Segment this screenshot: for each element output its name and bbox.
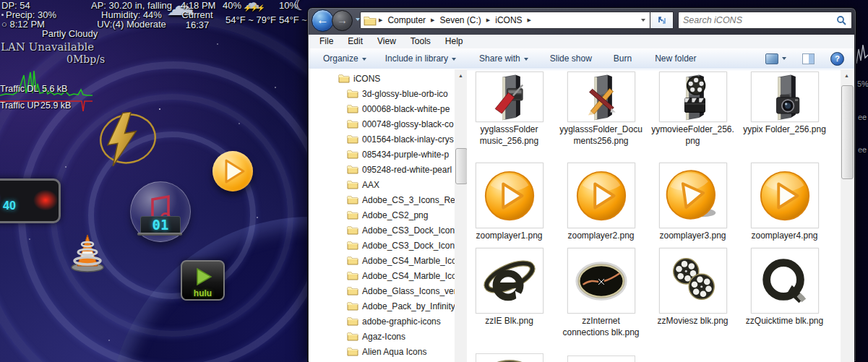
- file-item[interactable]: zoomplayer3.png: [647, 163, 739, 242]
- file-item[interactable]: zzMoviesz blk.png: [647, 248, 739, 338]
- search-box[interactable]: [678, 12, 852, 29]
- file-item[interactable]: yypix Folder_256.png: [739, 72, 830, 147]
- change-view-icon[interactable]: [765, 53, 778, 64]
- tree-item-label: 000068-black-white-pe: [362, 104, 450, 114]
- hulu-icon[interactable]: hulu: [181, 260, 225, 301]
- folder-icon: [347, 270, 358, 280]
- content-area: iCONS 3d-glossy-blue-orb-ico000068-black…: [309, 69, 854, 362]
- tree-item-label: Adobe_Pack_by_Infinity: [362, 301, 455, 311]
- folder-icon: [347, 316, 358, 325]
- file-item[interactable]: zzIE Blk.png: [467, 248, 555, 338]
- tree-item[interactable]: 3d-glossy-blue-orb-ico: [309, 87, 455, 102]
- include-in-library-button[interactable]: Include in library: [385, 53, 456, 64]
- tree-item[interactable]: 095248-red-white-pearl: [309, 163, 455, 178]
- window-body: FileEditViewToolsHelp Organize Include i…: [309, 35, 854, 362]
- music-player-badge[interactable]: 01: [140, 216, 181, 234]
- tree-item[interactable]: Adobe_CS_3_Icons_Rep: [309, 193, 455, 208]
- scrollbar-thumb[interactable]: [841, 85, 854, 179]
- traffic-up-value: 25.9 kB: [40, 100, 71, 111]
- search-input[interactable]: [679, 15, 836, 25]
- vlc-cone-icon[interactable]: [68, 232, 107, 272]
- forward-arrow-icon: →: [337, 14, 348, 26]
- file-item[interactable]: zoomplayer2.png: [555, 163, 647, 242]
- search-icon[interactable]: [836, 15, 847, 26]
- file-item[interactable]: zzQuicktime blk.png: [739, 248, 830, 338]
- tree-item[interactable]: Adobe_CS2_png: [309, 208, 455, 223]
- organize-button[interactable]: Organize: [323, 53, 366, 64]
- tree-item[interactable]: Alien Aqua Icons: [309, 345, 455, 360]
- tree-item[interactable]: Adobe_CS4_Marble_Ico: [309, 269, 455, 284]
- tree-item[interactable]: Agaz-Icons: [309, 329, 455, 345]
- gauge-widget: 40: [0, 178, 61, 223]
- edge-label: ee: [858, 113, 867, 121]
- track-number: 01: [152, 217, 169, 233]
- internet-thumbnail: [567, 248, 635, 314]
- refresh-button[interactable]: [650, 12, 674, 29]
- tree-item[interactable]: 001564-black-inlay-crys: [309, 132, 455, 147]
- share-with-button[interactable]: Share with: [479, 53, 528, 64]
- tree-item[interactable]: Adobe_Glass_Icons_ver: [309, 284, 455, 299]
- traffic-dl-value: 5.6 kB: [42, 84, 67, 94]
- breadcrumb-drive[interactable]: Seven (C:): [437, 15, 484, 25]
- file-item[interactable]: [467, 353, 555, 362]
- tree-item[interactable]: Adobe_Pack_by_Infinity: [309, 299, 455, 314]
- folder-icon: [338, 73, 350, 82]
- folder-movie-thumbnail: [659, 72, 727, 122]
- tree-item-label: Adobe_Glass_Icons_ver: [362, 286, 455, 296]
- address-bar[interactable]: ▶ Computer ▶ Seven (C:) ▶ iCONS ▶: [360, 12, 650, 29]
- file-name-label: zzQuicktime blk.png: [742, 316, 828, 327]
- breadcrumb-icons-folder[interactable]: iCONS: [492, 15, 525, 25]
- ie-thumbnail: [476, 248, 543, 314]
- scroll-up-icon[interactable]: ▲: [455, 69, 467, 82]
- address-dropdown-icon[interactable]: [641, 19, 645, 22]
- file-item[interactable]: yymovieeFolder_256.png: [647, 72, 739, 147]
- file-name-label: zoomplayer1.png: [467, 230, 552, 242]
- file-item[interactable]: [555, 353, 647, 362]
- file-name-label: zoomplayer3.png: [650, 230, 736, 242]
- preview-pane-icon[interactable]: [802, 53, 815, 64]
- tree-item-label: Adobe_CS4_Marble_Ico: [362, 271, 455, 281]
- new-folder-button[interactable]: New folder: [655, 53, 696, 64]
- breadcrumb-computer[interactable]: Computer: [384, 15, 429, 25]
- file-item[interactable]: zzInternet connections blk.png: [555, 248, 647, 338]
- folder-icon: [347, 149, 358, 158]
- files-scrollbar[interactable]: ▲: [841, 69, 853, 362]
- tree-scrollbar[interactable]: ▲: [455, 69, 467, 362]
- play-orb-icon[interactable]: [212, 151, 253, 191]
- menu-tools[interactable]: Tools: [403, 35, 438, 46]
- tree-item-icons-root[interactable]: iCONS: [309, 72, 455, 87]
- file-item[interactable]: yyglasssFolder_Documents256.png: [555, 72, 647, 147]
- zoomplayer-thumbnail: [476, 163, 543, 228]
- file-item[interactable]: yyglasssFolder music_256.png: [467, 72, 555, 147]
- scroll-up-icon[interactable]: ▲: [841, 69, 853, 82]
- tree-item[interactable]: 000748-glossy-black-co: [309, 117, 455, 132]
- file-item[interactable]: zoomplayer1.png: [467, 163, 555, 242]
- menu-view[interactable]: View: [370, 35, 403, 46]
- menu-help[interactable]: Help: [438, 35, 470, 46]
- slide-show-button[interactable]: Slide show: [550, 53, 592, 64]
- file-row: zoomplayer1.pngzoomplayer2.pngzoomplayer…: [467, 163, 839, 242]
- flash-lightning-icon[interactable]: [94, 112, 158, 167]
- tree-item[interactable]: Adobe_CS3_Dock_Icons: [309, 238, 455, 254]
- laptop-base: [137, 233, 182, 236]
- tree-item[interactable]: Adobe_CS3_Dock_Icons: [309, 223, 455, 238]
- menu-edit[interactable]: Edit: [340, 35, 370, 46]
- folder-icon: [347, 210, 358, 219]
- tree-item[interactable]: 085434-purple-white-p: [309, 147, 455, 163]
- scrollbar-thumb[interactable]: [455, 148, 468, 184]
- views-dropdown-icon[interactable]: [782, 57, 786, 60]
- burn-button[interactable]: Burn: [614, 53, 632, 64]
- tree-item-label: 001564-black-inlay-crys: [362, 134, 454, 145]
- forward-button[interactable]: →: [332, 10, 353, 31]
- menu-file[interactable]: File: [312, 35, 340, 46]
- tree-item[interactable]: AAX: [309, 178, 455, 193]
- tree-item[interactable]: adobe-graphic-icons: [309, 314, 455, 329]
- file-name-label: yyglasssFolder_Documents256.png: [558, 124, 644, 147]
- tree-item[interactable]: 000068-black-white-pe: [309, 102, 455, 117]
- file-name-label: yymovieeFolder_256.png: [650, 124, 736, 147]
- help-icon[interactable]: ?: [830, 52, 844, 66]
- back-button[interactable]: ←: [311, 9, 334, 32]
- tree-item[interactable]: Adobe_CS4_Marble_Ico: [309, 254, 455, 269]
- folder-documents-thumbnail: [567, 72, 635, 122]
- file-item[interactable]: zoomplayer4.png: [739, 163, 830, 242]
